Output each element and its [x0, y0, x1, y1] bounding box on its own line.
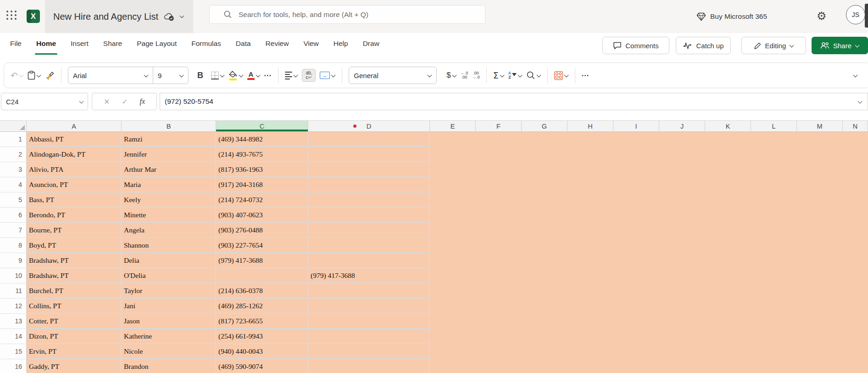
- settings-gear-icon[interactable]: ⚙: [817, 9, 827, 23]
- row-header-7[interactable]: 7: [0, 223, 27, 238]
- cell-B15[interactable]: Nicole: [122, 344, 216, 359]
- sort-filter-button[interactable]: AZ: [508, 71, 523, 79]
- menu-tab-draw[interactable]: Draw: [363, 33, 379, 54]
- column-header-F[interactable]: F: [476, 121, 522, 132]
- filled-region-row-14[interactable]: [430, 329, 868, 344]
- cell-D7[interactable]: [308, 223, 430, 238]
- cell-C2[interactable]: (214) 493-7675: [216, 147, 308, 162]
- row-header-1[interactable]: 1: [0, 132, 27, 147]
- cell-D8[interactable]: [308, 238, 430, 253]
- filled-region-row-6[interactable]: [430, 208, 868, 223]
- column-header-D[interactable]: D: [308, 121, 430, 132]
- column-header-A[interactable]: A: [27, 121, 122, 132]
- cell-D11[interactable]: [308, 283, 430, 299]
- share-button[interactable]: Share: [812, 37, 868, 54]
- menu-tab-data[interactable]: Data: [236, 33, 251, 54]
- column-header-C[interactable]: C: [216, 121, 308, 132]
- cell-D5[interactable]: [308, 192, 430, 208]
- cell-A16[interactable]: Gaddy, PT: [27, 359, 122, 373]
- cell-A5[interactable]: Bass, PT: [27, 192, 122, 208]
- cell-A7[interactable]: Bourne, PT: [27, 223, 122, 238]
- title-chevron-down-icon[interactable]: [180, 14, 185, 19]
- more-font-options-icon[interactable]: •••: [264, 73, 272, 78]
- row-header-4[interactable]: 4: [0, 177, 27, 192]
- cell-C1[interactable]: (469) 344-8982: [216, 132, 308, 147]
- cell-B1[interactable]: Ramzi: [122, 132, 216, 147]
- filled-region-row-8[interactable]: [430, 238, 868, 253]
- cell-C5[interactable]: (214) 724-0732: [216, 192, 308, 208]
- cell-B11[interactable]: Taylor: [122, 283, 216, 299]
- cell-D15[interactable]: [308, 344, 430, 359]
- cell-B14[interactable]: Katherine: [122, 329, 216, 344]
- cell-C12[interactable]: (469) 285-1262: [216, 299, 308, 314]
- row-header-2[interactable]: 2: [0, 147, 27, 162]
- cell-A11[interactable]: Burchel, PT: [27, 283, 122, 299]
- cell-D3[interactable]: [308, 162, 430, 177]
- column-header-E[interactable]: E: [430, 121, 476, 132]
- row-header-15[interactable]: 15: [0, 344, 27, 359]
- autosum-button[interactable]: Σ: [493, 70, 504, 80]
- cell-C6[interactable]: (903) 407-0623: [216, 208, 308, 223]
- menu-tab-share[interactable]: Share: [103, 33, 122, 54]
- search-input[interactable]: Search for tools, help, and more (Alt + …: [209, 5, 485, 24]
- cell-D14[interactable]: [308, 329, 430, 344]
- filled-region-row-11[interactable]: [430, 283, 868, 299]
- font-name-select[interactable]: Arial: [68, 67, 153, 84]
- cell-D4[interactable]: [308, 177, 430, 192]
- cell-D10[interactable]: (979) 417-3688: [308, 268, 430, 283]
- cell-A12[interactable]: Collins, PT: [27, 299, 122, 314]
- collapse-ribbon-chevron-icon[interactable]: [853, 73, 857, 78]
- cell-B16[interactable]: Brandon: [122, 359, 216, 373]
- filled-region-row-10[interactable]: [430, 268, 868, 283]
- fill-color-button[interactable]: [228, 71, 243, 80]
- format-as-table-button[interactable]: [554, 71, 568, 80]
- filled-region-row-2[interactable]: [430, 147, 868, 162]
- filled-region-row-7[interactable]: [430, 223, 868, 238]
- filled-region-row-3[interactable]: [430, 162, 868, 177]
- alignment-button[interactable]: [285, 70, 298, 81]
- cell-A4[interactable]: Asuncion, PT: [27, 177, 122, 192]
- row-header-11[interactable]: 11: [0, 283, 27, 299]
- column-header-H[interactable]: H: [568, 121, 613, 132]
- cell-B3[interactable]: Arthur Mar: [122, 162, 216, 177]
- cell-C3[interactable]: (817) 936-1963: [216, 162, 308, 177]
- cell-C15[interactable]: (940) 440-0043: [216, 344, 308, 359]
- cell-D6[interactable]: [308, 208, 430, 223]
- format-painter-button[interactable]: [45, 71, 55, 80]
- cell-D2[interactable]: [308, 147, 430, 162]
- row-header-3[interactable]: 3: [0, 162, 27, 177]
- filled-region-row-9[interactable]: [430, 253, 868, 268]
- cell-C13[interactable]: (817) 723-6655: [216, 314, 308, 329]
- column-header-N[interactable]: N: [843, 121, 868, 132]
- cell-A6[interactable]: Berondo, PT: [27, 208, 122, 223]
- cell-D13[interactable]: [308, 314, 430, 329]
- filled-region-row-5[interactable]: [430, 192, 868, 208]
- row-header-8[interactable]: 8: [0, 238, 27, 253]
- paste-button[interactable]: [28, 71, 41, 80]
- editing-mode-button[interactable]: Editing: [741, 37, 806, 54]
- filled-region-row-16[interactable]: [430, 359, 868, 373]
- column-header-B[interactable]: B: [122, 121, 216, 132]
- cell-C8[interactable]: (903) 227-7654: [216, 238, 308, 253]
- select-all-button[interactable]: [0, 121, 27, 132]
- cell-A14[interactable]: Dizon, PT: [27, 329, 122, 344]
- expand-formula-bar-chevron-icon[interactable]: [858, 100, 862, 104]
- cell-B9[interactable]: Delia: [122, 253, 216, 268]
- cell-B13[interactable]: Jason: [122, 314, 216, 329]
- cell-C9[interactable]: (979) 417-3688: [216, 253, 308, 268]
- name-box[interactable]: C24: [1, 93, 88, 110]
- enter-icon[interactable]: ✓: [122, 97, 128, 106]
- filled-region-row-1[interactable]: [430, 132, 868, 147]
- cell-A3[interactable]: Alivio, PTA: [27, 162, 122, 177]
- cell-B7[interactable]: Angela: [122, 223, 216, 238]
- cell-D1[interactable]: [308, 132, 430, 147]
- cell-A9[interactable]: Bradshaw, PT: [27, 253, 122, 268]
- insert-function-icon[interactable]: fx: [140, 97, 145, 106]
- cell-D12[interactable]: [308, 299, 430, 314]
- comments-button[interactable]: Comments: [602, 37, 669, 54]
- borders-button[interactable]: [211, 72, 224, 79]
- merge-center-button[interactable]: ↔: [320, 72, 335, 79]
- document-title-chip[interactable]: New Hire and Agency List: [45, 0, 193, 33]
- menu-tab-file[interactable]: File: [10, 33, 22, 54]
- formula-input[interactable]: (972) 520-5754: [160, 93, 868, 110]
